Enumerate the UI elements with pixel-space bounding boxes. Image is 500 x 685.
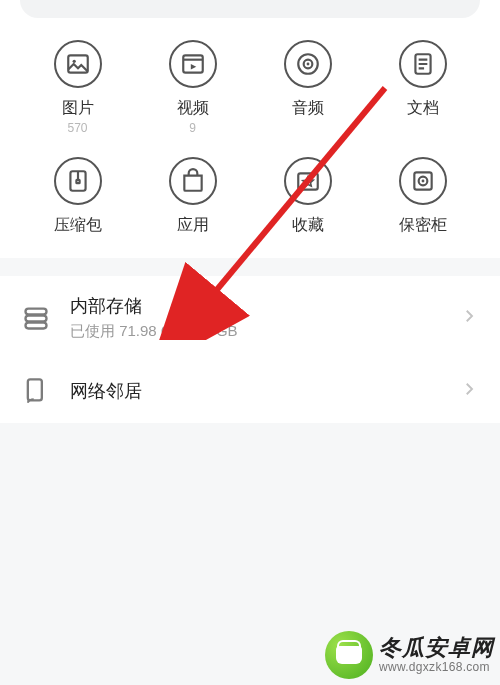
- internal-storage-sub: 已使用 71.98 GB/128 GB: [70, 322, 460, 341]
- category-favorite[interactable]: 收藏: [250, 157, 365, 238]
- svg-rect-8: [76, 180, 79, 183]
- top-panel: 图片 570 视频 9: [0, 0, 500, 258]
- category-audio[interactable]: 音频: [250, 40, 365, 135]
- category-archive[interactable]: 压缩包: [20, 157, 135, 238]
- svg-rect-13: [26, 308, 47, 314]
- watermark-title: 冬瓜安卓网: [379, 637, 494, 659]
- archive-icon: [54, 157, 102, 205]
- svg-rect-14: [26, 315, 47, 321]
- category-label: 视频: [177, 98, 209, 119]
- category-video[interactable]: 视频 9: [135, 40, 250, 135]
- internal-storage-title: 内部存储: [70, 294, 460, 318]
- chevron-right-icon: [460, 307, 478, 329]
- list-body: 网络邻居: [70, 379, 460, 403]
- internal-storage-item[interactable]: 内部存储 已使用 71.98 GB/128 GB: [0, 276, 500, 359]
- network-icon: [22, 377, 50, 405]
- svg-rect-2: [183, 55, 203, 72]
- category-label: 图片: [62, 98, 94, 119]
- category-count: 9: [189, 121, 196, 135]
- search-bar[interactable]: [20, 0, 480, 18]
- list-body: 内部存储 已使用 71.98 GB/128 GB: [70, 294, 460, 341]
- page-root: 图片 570 视频 9: [0, 0, 500, 685]
- category-count: 570: [67, 121, 87, 135]
- category-label: 应用: [177, 215, 209, 236]
- favorite-icon: [284, 157, 332, 205]
- watermark: 冬瓜安卓网 www.dgxzk168.com: [325, 631, 494, 679]
- category-image[interactable]: 图片 570: [20, 40, 135, 135]
- watermark-url: www.dgxzk168.com: [379, 661, 494, 673]
- internal-storage-icon: [22, 304, 50, 332]
- watermark-text: 冬瓜安卓网 www.dgxzk168.com: [379, 637, 494, 673]
- category-app[interactable]: 应用: [135, 157, 250, 238]
- svg-point-5: [306, 63, 309, 66]
- watermark-logo-icon: [325, 631, 373, 679]
- document-icon: [399, 40, 447, 88]
- svg-point-1: [72, 60, 75, 63]
- category-label: 压缩包: [54, 215, 102, 236]
- audio-icon: [284, 40, 332, 88]
- category-label: 音频: [292, 98, 324, 119]
- image-icon: [54, 40, 102, 88]
- category-grid: 图片 570 视频 9: [0, 30, 500, 238]
- category-document[interactable]: 文档: [365, 40, 480, 135]
- app-icon: [169, 157, 217, 205]
- svg-point-12: [421, 180, 424, 183]
- svg-rect-15: [26, 322, 47, 328]
- network-title: 网络邻居: [70, 379, 460, 403]
- category-safe[interactable]: 保密柜: [365, 157, 480, 238]
- svg-rect-16: [28, 379, 42, 400]
- safe-icon: [399, 157, 447, 205]
- network-neighborhood-item[interactable]: 网络邻居: [0, 359, 500, 423]
- category-label: 收藏: [292, 215, 324, 236]
- chevron-right-icon: [460, 380, 478, 402]
- video-icon: [169, 40, 217, 88]
- category-label: 文档: [407, 98, 439, 119]
- storage-list: 内部存储 已使用 71.98 GB/128 GB 网络邻居: [0, 276, 500, 423]
- category-label: 保密柜: [399, 215, 447, 236]
